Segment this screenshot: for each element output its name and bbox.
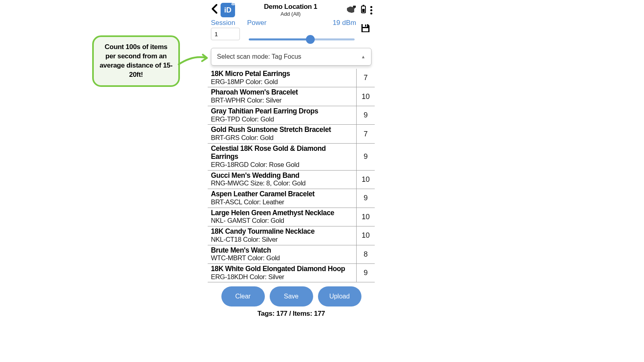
app-logo-icon: iD	[221, 3, 235, 17]
slider-thumb-icon[interactable]	[306, 35, 315, 44]
item-title: Pharoah Women's Bracelet	[211, 88, 353, 97]
svg-rect-5	[365, 25, 366, 27]
list-item[interactable]: Aspen Leather Caramel BraceletBRT-ASCL C…	[208, 189, 375, 208]
dropdown-arrow-icon: ▲	[361, 54, 365, 59]
list-item[interactable]: Celestial 18K Rose Gold & Diamond Earrin…	[208, 144, 375, 171]
item-count: 9	[356, 106, 375, 124]
save-settings-button[interactable]	[360, 19, 372, 35]
save-button[interactable]: Save	[270, 286, 313, 306]
session-label: Session	[211, 19, 243, 27]
item-count: 7	[356, 69, 375, 87]
battery-icon	[361, 5, 366, 15]
kebab-menu-icon[interactable]	[370, 6, 372, 14]
marketing-callout: Count 100s of items per second from an a…	[92, 35, 180, 87]
item-title: Gold Rush Sunstone Stretch Bracelet	[211, 125, 353, 134]
item-count: 10	[356, 226, 375, 245]
item-count: 7	[356, 125, 375, 143]
list-item[interactable]: 18K Candy Tourmaline NecklaceNKL-CT18 Co…	[208, 226, 375, 245]
list-item[interactable]: 18K White Gold Elongated Diamond HoopERG…	[208, 264, 375, 282]
item-title: Brute Men's Watch	[211, 246, 353, 255]
item-count: 9	[356, 189, 375, 207]
item-sub: ERG-18MP Color: Gold	[211, 78, 353, 86]
power-slider[interactable]	[247, 33, 356, 45]
session-power-row: Session Power 19 dBm	[208, 19, 375, 45]
list-item[interactable]: Gold Rush Sunstone Stretch BraceletBRT-G…	[208, 125, 375, 143]
session-input[interactable]	[211, 28, 240, 40]
item-count: 10	[356, 208, 375, 226]
item-title: 18K Micro Petal Earrings	[211, 70, 353, 78]
list-item[interactable]: Large Helen Green Amethyst NecklaceNKL- …	[208, 208, 375, 226]
svg-rect-2	[363, 5, 364, 6]
page-title: Demo Location 1	[237, 3, 345, 11]
scan-mode-label: Select scan mode: Tag Focus	[217, 53, 301, 60]
svg-rect-6	[363, 28, 368, 31]
power-label: Power	[247, 19, 266, 27]
callout-text: Count 100s of items per second from an a…	[99, 43, 172, 78]
power-value: 19 dBm	[332, 19, 356, 28]
item-sub: ERG-18RGD Color: Rose Gold	[211, 161, 353, 169]
item-count: 9	[356, 264, 375, 282]
item-title: Aspen Leather Caramel Bracelet	[211, 190, 353, 198]
status-line: Tags: 177 / Items: 177	[208, 309, 375, 318]
item-sub: ERG-TPD Color: Gold	[211, 115, 353, 123]
list-item[interactable]: Brute Men's WatchWTC-MBRT Color: Gold8	[208, 245, 375, 264]
item-sub: NKL- GAMST Color: Gold	[211, 217, 353, 225]
item-title: 18K Candy Tourmaline Necklace	[211, 227, 353, 236]
item-sub: BRT-WPHR Color: Silver	[211, 97, 353, 105]
list-item[interactable]: Gucci Men's Wedding BandRNG-MWGC Size: 8…	[208, 171, 375, 189]
item-count: 10	[356, 87, 375, 105]
item-title: Large Helen Green Amethyst Necklace	[211, 209, 353, 217]
item-title: Celestial 18K Rose Gold & Diamond Earrin…	[211, 144, 353, 161]
item-list: 18K Micro Petal EarringsERG-18MP Color: …	[208, 69, 375, 282]
item-sub: WTC-MBRT Color: Gold	[211, 254, 353, 262]
item-sub: ERG-18KDH Color: Silver	[211, 273, 353, 281]
list-item[interactable]: Gray Tahitian Pearl Earring DropsERG-TPD…	[208, 106, 375, 125]
page-subtitle: Add (All)	[237, 11, 345, 17]
item-count: 9	[356, 144, 375, 170]
item-title: 18K White Gold Elongated Diamond Hoop	[211, 265, 353, 273]
list-item[interactable]: 18K Micro Petal EarringsERG-18MP Color: …	[208, 69, 375, 87]
upload-button[interactable]: Upload	[318, 286, 361, 306]
item-sub: BRT-ASCL Color: Leather	[211, 198, 353, 206]
scanner-icon[interactable]	[346, 5, 357, 15]
back-button[interactable]	[210, 4, 219, 17]
item-count: 8	[356, 245, 375, 263]
app-screen: iD Demo Location 1 Add (All) Session Pow…	[208, 2, 375, 332]
list-item[interactable]: Pharoah Women's BraceletBRT-WPHR Color: …	[208, 87, 375, 106]
item-title: Gucci Men's Wedding Band	[211, 171, 353, 180]
app-logo-text: iD	[224, 6, 231, 14]
svg-rect-0	[353, 6, 356, 8]
header: iD Demo Location 1 Add (All)	[208, 2, 375, 19]
svg-rect-3	[362, 9, 365, 12]
item-sub: RNG-MWGC Size: 8, Color: Gold	[211, 179, 353, 187]
action-button-row: Clear Save Upload	[208, 282, 375, 309]
item-sub: NKL-CT18 Color: Silver	[211, 236, 353, 244]
clear-button[interactable]: Clear	[221, 286, 265, 306]
item-sub: BRT-GRS Color: Gold	[211, 134, 353, 142]
header-title-area: Demo Location 1 Add (All)	[237, 3, 345, 17]
item-title: Gray Tahitian Pearl Earring Drops	[211, 107, 353, 115]
item-count: 10	[356, 171, 375, 189]
svg-rect-4	[363, 24, 367, 27]
scan-mode-select[interactable]: Select scan mode: Tag Focus ▲	[211, 48, 372, 66]
